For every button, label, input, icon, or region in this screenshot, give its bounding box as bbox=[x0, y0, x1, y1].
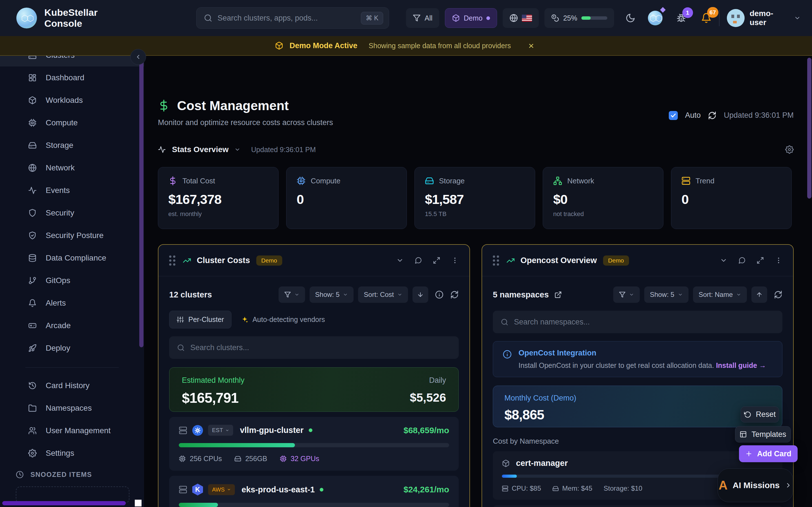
provider-label: AWS bbox=[212, 487, 225, 493]
info-icon[interactable] bbox=[435, 290, 444, 299]
sort-select[interactable]: Sort: Cost bbox=[358, 286, 408, 303]
sidebar-item-events[interactable]: Events bbox=[0, 179, 144, 202]
filter-button[interactable] bbox=[613, 286, 640, 303]
sliders-icon bbox=[177, 316, 184, 323]
per-cluster-toggle[interactable]: Per-Cluster bbox=[169, 311, 232, 328]
sidebar-item-card-history[interactable]: Card History bbox=[0, 374, 144, 397]
namespace-count: 5 namespaces bbox=[493, 290, 549, 299]
sort-direction-button[interactable] bbox=[751, 286, 767, 303]
opencost-integration-notice: OpenCost Integration Install OpenCost in… bbox=[493, 341, 782, 377]
comment-icon[interactable] bbox=[414, 257, 422, 264]
kubernetes-icon bbox=[192, 425, 203, 436]
chevron-down-icon[interactable] bbox=[234, 147, 241, 153]
dollar-icon bbox=[158, 100, 170, 112]
refresh-icon[interactable] bbox=[450, 290, 459, 299]
drag-handle[interactable] bbox=[493, 256, 499, 266]
sidebar-item-arcade[interactable]: Arcade bbox=[0, 314, 144, 337]
notifications-button[interactable]: 67 bbox=[701, 13, 712, 23]
main-content: Cost Management Monitor and optimize res… bbox=[158, 56, 794, 507]
chevron-down-icon[interactable] bbox=[396, 257, 404, 264]
status-dot bbox=[309, 429, 312, 432]
arrow-up-icon bbox=[756, 291, 763, 298]
reset-button[interactable]: Reset bbox=[741, 406, 779, 422]
monthly-cost-panel: Monthly Cost (Demo) $8,865 bbox=[493, 386, 782, 427]
sidebar-item-security-posture[interactable]: Security Posture bbox=[0, 224, 144, 247]
trending-up-icon bbox=[506, 256, 515, 265]
notification-count-badge: 67 bbox=[707, 7, 718, 18]
sidebar-item-storage[interactable]: Storage bbox=[0, 134, 144, 157]
expand-icon[interactable] bbox=[756, 257, 764, 264]
gpu-stat: 32 GPUs bbox=[280, 455, 319, 463]
namespace-search-input[interactable]: Search namespaces... bbox=[493, 311, 782, 333]
sidebar-item-label: Arcade bbox=[46, 321, 71, 330]
more-menu-icon[interactable] bbox=[775, 257, 782, 264]
global-search-input[interactable]: Search clusters, apps, pods... ⌘ K bbox=[196, 7, 389, 29]
provider-select[interactable]: EST bbox=[208, 425, 233, 436]
sidebar-scrollbar[interactable] bbox=[139, 57, 144, 347]
sort-direction-button[interactable] bbox=[412, 286, 428, 303]
expand-icon[interactable] bbox=[433, 257, 441, 264]
user-menu[interactable]: demo-user bbox=[727, 9, 801, 27]
divider bbox=[719, 10, 719, 26]
sort-select[interactable]: Sort: Name bbox=[693, 286, 747, 303]
namespace-row-ingress-nginx[interactable]: ingress-nginx $205 CPU: $120 Mem: $80 bbox=[493, 505, 782, 507]
filter-all-button[interactable]: All bbox=[406, 8, 439, 28]
filter-button[interactable] bbox=[278, 286, 305, 303]
language-button[interactable] bbox=[503, 8, 539, 28]
chevron-down-icon[interactable] bbox=[720, 257, 727, 264]
sidebar-collapse-button[interactable] bbox=[130, 49, 146, 65]
refresh-icon[interactable] bbox=[708, 111, 716, 120]
debug-button[interactable]: 1 bbox=[676, 13, 686, 23]
banner-close-button[interactable]: × bbox=[528, 41, 534, 50]
external-link-icon[interactable] bbox=[554, 291, 562, 298]
sidebar-item-network[interactable]: Network bbox=[0, 157, 144, 179]
templates-button[interactable]: Templates bbox=[735, 426, 791, 443]
sidebar-item-deploy[interactable]: Deploy bbox=[0, 337, 144, 359]
cluster-row-eks-prod-us-east-1[interactable]: K AWS eks-prod-us-east-1 $24,261/mo bbox=[169, 476, 459, 507]
zoom-control[interactable]: 25% bbox=[545, 8, 614, 28]
cluster-search-input[interactable]: Search clusters... bbox=[169, 336, 459, 359]
sidebar-item-gitops[interactable]: GitOps bbox=[0, 269, 144, 292]
refresh-icon[interactable] bbox=[774, 290, 782, 299]
sidebar-item-data-compliance[interactable]: Data Compliance bbox=[0, 247, 144, 269]
more-menu-icon[interactable] bbox=[451, 257, 459, 264]
funnel-icon bbox=[619, 291, 626, 298]
sidebar-item-namespaces[interactable]: Namespaces bbox=[0, 397, 144, 419]
drag-handle[interactable] bbox=[169, 256, 175, 266]
sidebar-item-compute[interactable]: Compute bbox=[0, 112, 144, 134]
top-navbar: KubeStellar Console Search clusters, app… bbox=[0, 0, 812, 36]
ai-missions-button[interactable]: A AI Missions bbox=[718, 468, 793, 502]
stats-settings-gear-icon[interactable] bbox=[785, 145, 794, 154]
provider-select[interactable]: AWS bbox=[208, 484, 235, 495]
activity-icon bbox=[158, 146, 166, 154]
sidebar-item-settings[interactable]: Settings bbox=[0, 442, 144, 464]
git-branch-icon bbox=[28, 276, 37, 285]
database-icon bbox=[28, 254, 37, 262]
funnel-icon bbox=[284, 291, 291, 298]
cluster-cost: $24,261/mo bbox=[403, 485, 449, 494]
assistant-avatar[interactable] bbox=[648, 11, 663, 25]
sidebar-horizontal-scrollbar[interactable] bbox=[2, 501, 126, 505]
install-guide-link[interactable]: Install guide → bbox=[716, 361, 766, 369]
sidebar-item-dashboard[interactable]: Dashboard bbox=[0, 66, 144, 89]
hard-drive-icon bbox=[552, 485, 559, 492]
sidebar-item-security[interactable]: Security bbox=[0, 202, 144, 224]
comment-icon[interactable] bbox=[738, 257, 746, 264]
layout-icon bbox=[740, 431, 747, 438]
sidebar-item-label: Storage bbox=[46, 141, 73, 150]
server-icon bbox=[502, 485, 508, 492]
add-card-button[interactable]: Add Card bbox=[739, 445, 798, 462]
show-select[interactable]: Show: 5 bbox=[310, 286, 354, 303]
cluster-row-vllm-gpu-cluster[interactable]: EST vllm-gpu-cluster $68,659/mo 256 CPUs bbox=[169, 417, 459, 471]
sidebar-item-workloads[interactable]: Workloads bbox=[0, 89, 144, 112]
zoom-slider[interactable] bbox=[581, 16, 607, 20]
auto-refresh-checkbox[interactable] bbox=[669, 111, 678, 120]
sidebar-item-alerts[interactable]: Alerts bbox=[0, 292, 144, 314]
demo-mode-button[interactable]: Demo bbox=[445, 8, 497, 28]
page-scrollbar[interactable] bbox=[807, 58, 811, 199]
sidebar-item-user-management[interactable]: User Management bbox=[0, 419, 144, 442]
show-select[interactable]: Show: 5 bbox=[644, 286, 689, 303]
server-icon bbox=[179, 485, 187, 494]
dark-mode-toggle-icon[interactable] bbox=[625, 13, 636, 23]
search-icon bbox=[204, 14, 212, 22]
